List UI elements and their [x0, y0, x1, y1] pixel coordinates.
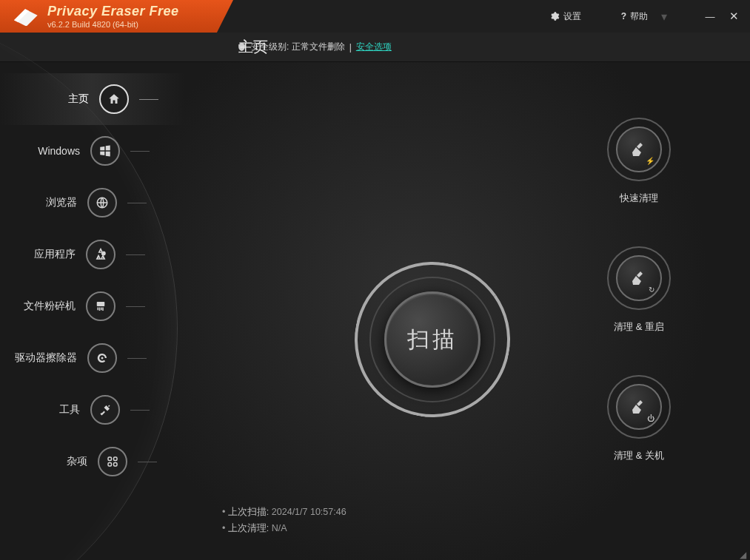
app-version: v6.2.2 Build 4820 (64-bit)	[47, 20, 179, 29]
minimize-button[interactable]: —	[701, 11, 719, 22]
nav-tick	[126, 306, 145, 307]
nav-tick	[126, 254, 145, 255]
last-scan-label: 上次扫描:	[228, 507, 269, 517]
svg-rect-10	[114, 457, 118, 461]
footer-info: 上次扫描: 2024/1/7 10:57:46 上次清理: N/A	[222, 504, 346, 536]
close-button[interactable]: ✕	[725, 10, 743, 23]
sidebar-item-shredder[interactable]: 文件粉碎机	[0, 280, 185, 332]
help-label: 帮助	[630, 10, 648, 23]
svg-point-6	[103, 257, 104, 259]
sidebar-item-apps[interactable]: 应用程序	[0, 229, 185, 280]
sidebar-item-misc[interactable]: 杂项	[0, 436, 185, 488]
brand-block: Privacy Eraser Free v6.2.2 Build 4820 (6…	[0, 0, 233, 33]
action-label: 快速清理	[620, 192, 658, 205]
drive-icon	[87, 343, 117, 373]
scan-ring: 扫描	[355, 262, 510, 417]
svg-rect-11	[108, 463, 112, 467]
last-clean-label: 上次清理:	[228, 523, 269, 533]
broom-icon	[630, 269, 648, 287]
sidebar-nav: 主页 Windows 浏览器 应用程序 文件粉碎机 驱动器擦除器	[0, 73, 185, 488]
broom-icon	[630, 141, 648, 158]
svg-rect-12	[114, 463, 118, 467]
clean-shutdown-button[interactable]: ⏻ 清理 & 关机	[607, 375, 671, 462]
help-icon: ?	[621, 11, 626, 21]
sidebar-item-label: 杂项	[67, 455, 87, 468]
settings-label: 设置	[563, 10, 581, 23]
grid-icon	[98, 447, 127, 476]
status-separator: |	[349, 42, 352, 53]
refresh-icon: ↻	[649, 286, 654, 294]
sidebar-item-label: Windows	[38, 145, 80, 157]
action-label: 清理 & 关机	[614, 449, 664, 462]
svg-point-8	[101, 357, 104, 360]
nav-tick	[127, 358, 147, 359]
dropdown-caret-icon[interactable]: ▾	[661, 10, 667, 24]
action-column: ⚡ 快速清理 ↻ 清理 & 重启 ⏻ 清理 & 关机	[580, 118, 698, 462]
security-options-link[interactable]: 安全选项	[356, 41, 392, 53]
main-area: 主页 Windows 浏览器 应用程序 文件粉碎机 驱动器擦除器	[0, 62, 750, 560]
sidebar-item-label: 应用程序	[34, 248, 76, 261]
app-name: Privacy Eraser Free	[47, 4, 179, 19]
sidebar-item-windows[interactable]: Windows	[0, 125, 185, 177]
titlebar: Privacy Eraser Free v6.2.2 Build 4820 (6…	[0, 0, 750, 33]
nav-tick	[127, 203, 147, 203]
gear-icon	[549, 11, 560, 21]
help-button[interactable]: ? 帮助	[617, 7, 652, 26]
sidebar-item-label: 文件粉碎机	[24, 300, 76, 313]
svg-point-4	[100, 249, 101, 251]
brand-text: Privacy Eraser Free v6.2.2 Build 4820 (6…	[47, 4, 179, 29]
subheader: 主页 安全级别: 正常文件删除 | 安全选项	[0, 33, 750, 62]
settings-button[interactable]: 设置	[545, 7, 586, 26]
bolt-icon: ⚡	[646, 157, 654, 165]
scan-button[interactable]: 扫描	[384, 291, 481, 388]
shredder-icon	[86, 291, 115, 321]
sidebar-item-drivewiper[interactable]: 驱动器擦除器	[0, 332, 185, 384]
scan-label: 扫描	[407, 325, 458, 355]
sidebar-item-label: 主页	[68, 92, 89, 106]
page-title: 主页	[238, 37, 268, 57]
sidebar-item-home[interactable]: 主页	[0, 73, 185, 125]
sidebar-item-label: 驱动器擦除器	[15, 351, 77, 365]
clean-restart-button[interactable]: ↻ 清理 & 重启	[607, 246, 671, 334]
quick-clean-button[interactable]: ⚡ 快速清理	[607, 118, 671, 205]
home-icon	[99, 84, 129, 114]
svg-rect-9	[108, 457, 112, 461]
nav-tick	[138, 462, 157, 462]
resize-grip[interactable]: ◢	[740, 550, 749, 559]
nav-tick	[130, 151, 150, 152]
power-icon: ⏻	[647, 414, 654, 422]
broom-icon	[630, 398, 648, 416]
svg-rect-7	[97, 302, 105, 306]
sidebar-item-label: 浏览器	[46, 196, 77, 209]
sidebar-item-browser[interactable]: 浏览器	[0, 177, 185, 229]
tools-icon	[90, 395, 120, 425]
last-clean-value: N/A	[272, 523, 287, 533]
svg-point-5	[98, 257, 99, 259]
last-scan-value: 2024/1/7 10:57:46	[272, 507, 346, 517]
sidebar-item-label: 工具	[59, 403, 80, 416]
windows-icon	[90, 136, 120, 166]
nav-tick	[130, 410, 150, 411]
eraser-icon	[10, 7, 40, 26]
nav-tick	[139, 99, 158, 100]
apps-icon	[86, 240, 115, 269]
action-label: 清理 & 重启	[614, 320, 664, 334]
globe-icon	[87, 188, 117, 217]
sidebar-item-tools[interactable]: 工具	[0, 384, 185, 436]
